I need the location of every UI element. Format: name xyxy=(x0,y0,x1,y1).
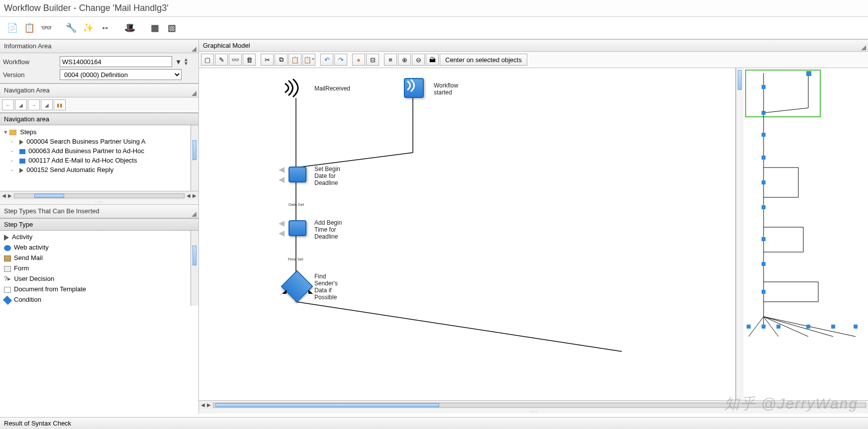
table-icon[interactable]: ▦ xyxy=(147,21,162,35)
svg-line-35 xyxy=(764,317,808,337)
fit-icon[interactable]: 🏔 xyxy=(426,54,439,66)
collapse-icon[interactable] xyxy=(192,91,196,96)
paste-folder-icon[interactable]: 📋 xyxy=(22,21,37,35)
collapse-icon[interactable] xyxy=(192,47,196,52)
graphical-model-toolbar: ▢ ✎ 👓 🗑 ✂ ⧉ 📋 📋⁺ ↶ ↷ ● ⊟ ≡ ⊕ ⊖ 🏔 Center … xyxy=(199,52,868,68)
tree-item[interactable]: · 000004 Search Business Partner Using A xyxy=(1,137,190,146)
steptypes-panel: Step Type Activity Web activity Send Mai… xyxy=(0,218,198,414)
canvas-vscroll[interactable] xyxy=(736,68,744,400)
steptype-item[interactable]: Send Mail xyxy=(2,253,189,263)
spectacles-icon[interactable]: 👓 xyxy=(39,21,54,35)
steptype-item[interactable]: Form xyxy=(2,263,189,273)
collapse-icon[interactable] xyxy=(192,212,196,217)
nav-fwd-button[interactable]: → xyxy=(28,99,40,110)
redo-icon[interactable]: ↷ xyxy=(334,54,347,66)
zoom-in-icon[interactable]: ⊕ xyxy=(398,54,411,66)
form-icon xyxy=(4,266,11,272)
edit-icon[interactable]: ✎ xyxy=(215,54,228,66)
nav-fwd-drop-icon[interactable]: ◢ xyxy=(41,99,53,110)
tree-item[interactable]: · 000063 Add Business Partner to Ad-Hoc xyxy=(1,146,190,156)
svg-rect-15 xyxy=(762,111,766,115)
splitter-gripper[interactable]: ····· xyxy=(0,200,198,204)
wrench-icon[interactable]: 🔧 xyxy=(64,21,79,35)
tree-root-label: Steps xyxy=(20,128,36,136)
zoom-out-icon[interactable]: ⊖ xyxy=(412,54,425,66)
svg-rect-40 xyxy=(776,325,780,329)
dropdown-icon[interactable]: ▼ xyxy=(175,58,182,66)
steptypes-title: Step Types That Can Be Inserted xyxy=(4,207,99,215)
workflow-input[interactable] xyxy=(60,56,172,67)
container-icon xyxy=(19,149,25,154)
copy-icon[interactable]: ⧉ xyxy=(275,54,288,66)
steptype-item[interactable]: ?▸User Decision xyxy=(2,273,189,284)
steptype-label: Activity xyxy=(12,233,32,241)
node-label: Workflow started xyxy=(434,82,469,96)
find-icon[interactable]: 👓 xyxy=(229,54,242,66)
nav-back-button[interactable]: ← xyxy=(2,99,14,110)
svg-line-33 xyxy=(749,317,764,337)
node-icon[interactable]: ● xyxy=(352,54,365,66)
delete-icon[interactable]: 🗑 xyxy=(243,54,256,66)
svg-rect-39 xyxy=(762,325,766,329)
tree-vscroll[interactable] xyxy=(191,125,198,191)
tree-hscroll[interactable]: ◀▶ ◀▶ xyxy=(0,191,198,200)
steptypes-header: Step Types That Can Be Inserted xyxy=(0,204,198,218)
align-left-icon[interactable]: ≡ xyxy=(384,54,397,66)
svg-marker-6 xyxy=(279,221,285,227)
center-selected-button[interactable]: Center on selected objects xyxy=(440,54,527,66)
steptype-item[interactable]: Condition xyxy=(2,294,189,305)
splitter-gripper[interactable]: ····· xyxy=(199,409,868,414)
svg-marker-8 xyxy=(280,290,287,296)
mail-icon xyxy=(4,256,11,261)
align-icon[interactable]: ↔ xyxy=(97,21,112,35)
hierarchy-icon[interactable]: ⊟ xyxy=(366,54,379,66)
table2-icon[interactable]: ▧ xyxy=(164,21,179,35)
document-icon[interactable]: 📄 xyxy=(5,21,20,35)
canvas-hscroll[interactable]: ◀▶ xyxy=(199,400,868,409)
magic-wand-icon[interactable]: ✨ xyxy=(81,21,96,35)
info-scroll[interactable]: ▲▼ xyxy=(184,58,195,66)
nav-back-drop-icon[interactable]: ◢ xyxy=(15,99,27,110)
graphical-model-title: Graphical Model xyxy=(203,42,250,49)
minimap[interactable] xyxy=(744,68,868,400)
workflow-started-node[interactable] xyxy=(404,78,424,98)
tree-item[interactable]: · 000117 Add E-Mail to Ad-Hoc Objects xyxy=(1,156,190,165)
activity-icon xyxy=(19,140,23,145)
tree-root[interactable]: ▾ Steps xyxy=(1,127,190,137)
steptype-item[interactable]: Web activity xyxy=(2,242,189,253)
folder-icon xyxy=(9,130,16,135)
svg-rect-43 xyxy=(854,325,858,329)
add-begin-time-node[interactable] xyxy=(289,220,306,236)
set-begin-date-node[interactable] xyxy=(289,167,306,182)
steptype-item[interactable]: Document from Template xyxy=(2,284,189,294)
node-label: Set Begin Date for Deadline xyxy=(314,166,349,186)
svg-rect-18 xyxy=(762,156,766,160)
svg-rect-22 xyxy=(762,180,766,184)
graphical-model-header: Graphical Model xyxy=(199,39,868,52)
undo-icon[interactable]: ↶ xyxy=(320,54,333,66)
steptypes-vscroll[interactable] xyxy=(191,231,198,306)
svg-rect-23 xyxy=(762,205,766,209)
steptype-item[interactable]: Activity xyxy=(2,232,189,242)
paste-special-icon[interactable]: 📋⁺ xyxy=(302,54,315,66)
svg-rect-17 xyxy=(762,133,766,137)
svg-rect-10 xyxy=(746,70,820,117)
cut-icon[interactable]: ✂ xyxy=(261,54,274,66)
status-bar: Result of Syntax Check xyxy=(0,417,868,429)
steptype-label: Document from Template xyxy=(14,285,86,293)
hat-icon[interactable]: 🎩 xyxy=(122,21,137,35)
workflow-canvas[interactable]: MailReceived Workflow started Set Begin … xyxy=(199,68,736,400)
paste-icon[interactable]: 📋 xyxy=(289,54,301,66)
steptype-label: Condition xyxy=(14,296,41,303)
nav-columns-icon[interactable]: ▮▮ xyxy=(54,99,66,110)
new-icon[interactable]: ▢ xyxy=(201,54,214,66)
nav-area-title: Navigation Area xyxy=(4,86,50,94)
steptype-label: Send Mail xyxy=(14,254,43,261)
collapse-icon[interactable] xyxy=(861,45,866,50)
tree-item[interactable]: · 000152 Send Automatic Reply xyxy=(1,165,190,174)
activity-icon xyxy=(4,235,9,241)
tree-item-label: 000004 Search Business Partner Using A xyxy=(26,138,145,145)
version-label: Version xyxy=(3,71,58,79)
version-select[interactable]: 0004 (0000) Definition xyxy=(60,69,182,80)
svg-marker-5 xyxy=(279,177,285,183)
